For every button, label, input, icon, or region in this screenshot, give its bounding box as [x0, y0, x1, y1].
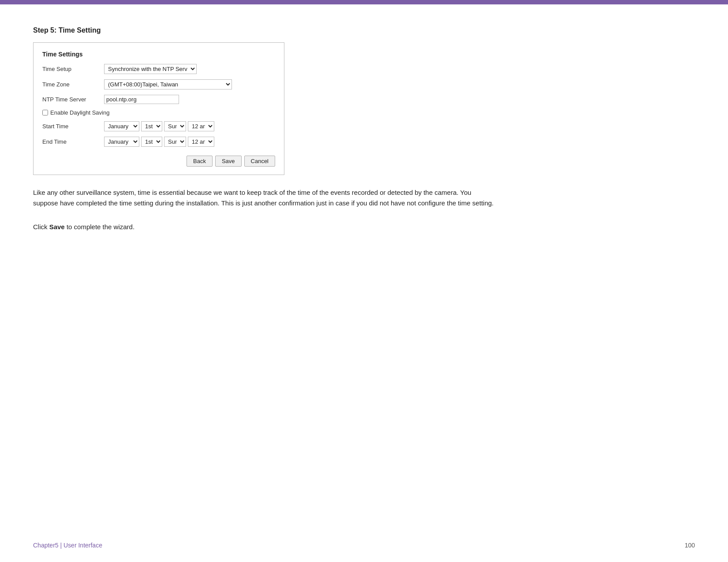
click-save-suffix: to complete the wizard.: [65, 223, 134, 231]
footer-left: Chapter5 | User Interface: [33, 542, 102, 549]
start-month-select[interactable]: JanuaryFebruaryMarchApril MayJuneJulyAug…: [104, 121, 139, 131]
end-weekday-select[interactable]: SunMonTueWed ThuFriSat: [164, 137, 186, 147]
end-day-select[interactable]: 1st2nd3rd4thLast: [141, 137, 162, 147]
start-hour-select[interactable]: 12 am1 am2 am3 am 4 am5 am6 am7 am 8 am9…: [188, 121, 214, 131]
daylight-row: Enable Daylight Saving: [42, 109, 275, 116]
footer: Chapter5 | User Interface 100: [33, 542, 695, 549]
daylight-checkbox[interactable]: [42, 110, 48, 115]
time-setup-label: Time Setup: [42, 66, 104, 72]
start-day-select[interactable]: 1st2nd3rd4thLast: [141, 121, 162, 131]
timezone-label: Time Zone: [42, 81, 104, 88]
end-time-label: End Time: [42, 138, 104, 145]
time-setup-row: Time Setup Synchronize with the NTP Serv…: [42, 64, 275, 74]
cancel-button[interactable]: Cancel: [244, 156, 275, 167]
click-save-prefix: Click: [33, 223, 49, 231]
ntp-input[interactable]: [104, 95, 179, 104]
end-hour-select[interactable]: 12 am1 am2 am3 am 4 am5 am6 am7 am 8 am9…: [188, 137, 214, 147]
footer-right: 100: [685, 542, 695, 549]
back-button[interactable]: Back: [187, 156, 213, 167]
end-time-row: End Time JanuaryFebruaryMarchApril MayJu…: [42, 137, 275, 147]
start-weekday-select[interactable]: SunMonTueWed ThuFriSat: [164, 121, 186, 131]
start-time-row: Start Time JanuaryFebruaryMarchApril May…: [42, 121, 275, 131]
button-row: Back Save Cancel: [42, 152, 275, 167]
top-bar: [0, 0, 728, 4]
ntp-row: NTP Time Server: [42, 95, 275, 104]
timezone-select[interactable]: (GMT+08:00)Taipei, Taiwan: [104, 79, 232, 89]
click-save-bold: Save: [49, 223, 65, 231]
start-time-label: Start Time: [42, 123, 104, 130]
end-month-select[interactable]: JanuaryFebruaryMarchApril MayJuneJulyAug…: [104, 137, 139, 147]
step-title: Step 5: Time Setting: [33, 26, 496, 34]
daylight-label: Enable Daylight Saving: [50, 109, 109, 116]
start-time-selects: JanuaryFebruaryMarchApril MayJuneJulyAug…: [104, 121, 214, 131]
description-text: Like any other surveillance system, time…: [33, 187, 496, 208]
time-setup-select[interactable]: Synchronize with the NTP Server Manual S…: [104, 64, 197, 74]
ntp-label: NTP Time Server: [42, 96, 104, 103]
end-time-selects: JanuaryFebruaryMarchApril MayJuneJulyAug…: [104, 137, 214, 147]
settings-box-title: Time Settings: [42, 51, 275, 58]
timezone-row: Time Zone (GMT+08:00)Taipei, Taiwan: [42, 79, 275, 89]
click-save-text: Click Save to complete the wizard.: [33, 222, 496, 232]
settings-box: Time Settings Time Setup Synchronize wit…: [33, 42, 284, 175]
save-button[interactable]: Save: [215, 156, 242, 167]
